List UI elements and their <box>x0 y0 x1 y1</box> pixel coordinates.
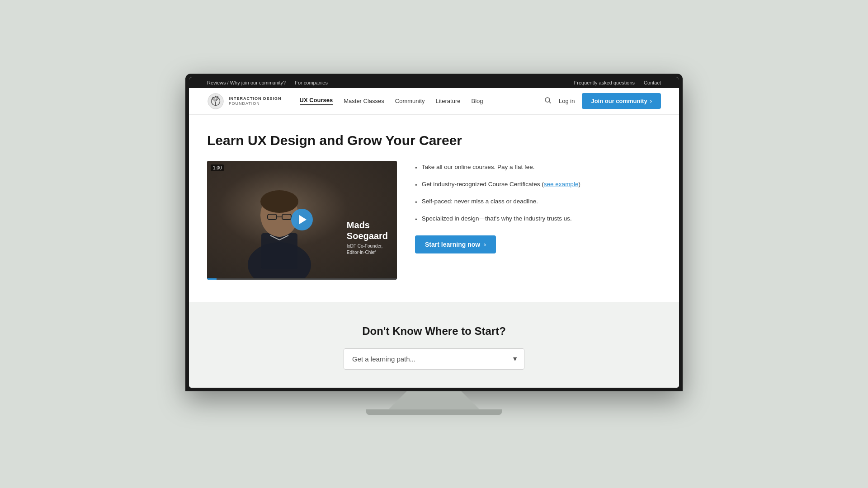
bullet-icon-3: • <box>415 198 417 207</box>
navbar: INTERACTION DESIGN FOUNDATION UX Courses… <box>189 88 679 115</box>
login-link[interactable]: Log in <box>559 98 575 104</box>
nav-master-classes[interactable]: Master Classes <box>344 98 384 104</box>
svg-point-3 <box>212 98 213 99</box>
top-bar-right: Frequently asked questions Contact <box>574 80 661 85</box>
benefit-text-2: Get industry-recognized Course Certifica… <box>422 180 580 190</box>
faq-link[interactable]: Frequently asked questions <box>574 80 635 85</box>
logo[interactable]: INTERACTION DESIGN FOUNDATION <box>207 93 282 110</box>
nav-right: Log in Join our community › <box>544 93 661 109</box>
svg-point-5 <box>212 97 214 98</box>
top-bar-left: Reviews / Why join our community? For co… <box>207 80 328 85</box>
video-container: 1:00 MadsSoegaard IxDF Co-Founder,Editor… <box>207 161 397 280</box>
video-timer: 1:00 <box>211 164 224 171</box>
video-progress-fill <box>207 278 217 280</box>
bottom-section: Don't Know Where to Start? Get a learnin… <box>189 302 679 388</box>
hero-section: Learn UX Design and Grow Your Career <box>189 115 679 302</box>
benefit-text-4: Specialized in design—that's why the ind… <box>422 214 572 224</box>
video-name-overlay: MadsSoegaard IxDF Co-Founder,Editor-in-C… <box>347 220 388 256</box>
benefits-list: • Take all our online courses. Pay a fla… <box>415 161 661 253</box>
brand-name: INTERACTION DESIGN <box>229 96 282 101</box>
hero-content: 1:00 MadsSoegaard IxDF Co-Founder,Editor… <box>207 161 661 280</box>
svg-point-13 <box>260 190 298 213</box>
play-button[interactable] <box>291 209 313 230</box>
brand-sub: FOUNDATION <box>229 101 282 106</box>
contact-link[interactable]: Contact <box>644 80 661 85</box>
svg-point-6 <box>217 96 218 98</box>
bullet-icon-4: • <box>415 215 417 224</box>
nav-ux-courses[interactable]: UX Courses <box>300 97 333 105</box>
benefit-text-1: Take all our online courses. Pay a flat … <box>422 163 535 173</box>
svg-point-7 <box>215 95 217 97</box>
bottom-title: Don't Know Where to Start? <box>207 325 661 338</box>
benefit-item-2: • Get industry-recognized Course Certifi… <box>415 180 661 190</box>
svg-line-9 <box>549 101 551 103</box>
top-bar: Reviews / Why join our community? For co… <box>189 77 679 88</box>
monitor-stand <box>389 391 479 409</box>
search-button[interactable] <box>544 97 552 106</box>
learning-path-select[interactable]: Get a learning path... UX Designer UI De… <box>344 348 524 370</box>
nav-community[interactable]: Community <box>395 98 425 104</box>
hero-title: Learn UX Design and Grow Your Career <box>207 133 661 148</box>
logo-text: INTERACTION DESIGN FOUNDATION <box>229 96 282 106</box>
benefit-item-3: • Self-paced: never miss a class or dead… <box>415 197 661 207</box>
nav-blog[interactable]: Blog <box>471 98 483 104</box>
nav-links: UX Courses Master Classes Community Lite… <box>300 97 531 105</box>
start-learning-button[interactable]: Start learning now › <box>415 235 496 253</box>
play-icon <box>299 215 307 224</box>
search-icon <box>544 97 552 104</box>
reviews-link[interactable]: Reviews / Why join our community? <box>207 80 286 85</box>
video-progress-bar <box>207 278 397 280</box>
see-example-link[interactable]: see example <box>544 181 579 188</box>
learning-path-wrapper: Get a learning path... UX Designer UI De… <box>344 348 524 370</box>
join-community-button[interactable]: Join our community › <box>582 93 661 109</box>
logo-icon <box>207 93 224 110</box>
video-thumbnail: 1:00 MadsSoegaard IxDF Co-Founder,Editor… <box>207 161 397 278</box>
bullet-icon-2: • <box>415 181 417 190</box>
video-person-title: IxDF Co-Founder,Editor-in-Chief <box>347 243 388 256</box>
benefit-text-3: Self-paced: never miss a class or deadli… <box>422 197 538 207</box>
svg-point-4 <box>218 97 219 99</box>
benefit-item-4: • Specialized in design—that's why the i… <box>415 214 661 224</box>
video-person-name: MadsSoegaard <box>347 220 388 241</box>
companies-link[interactable]: For companies <box>295 80 328 85</box>
benefit-item-1: • Take all our online courses. Pay a fla… <box>415 163 661 173</box>
bullet-icon-1: • <box>415 164 417 173</box>
monitor-base <box>366 409 502 415</box>
nav-literature[interactable]: Literature <box>436 98 461 104</box>
svg-rect-11 <box>261 233 297 269</box>
svg-rect-2 <box>215 102 216 105</box>
